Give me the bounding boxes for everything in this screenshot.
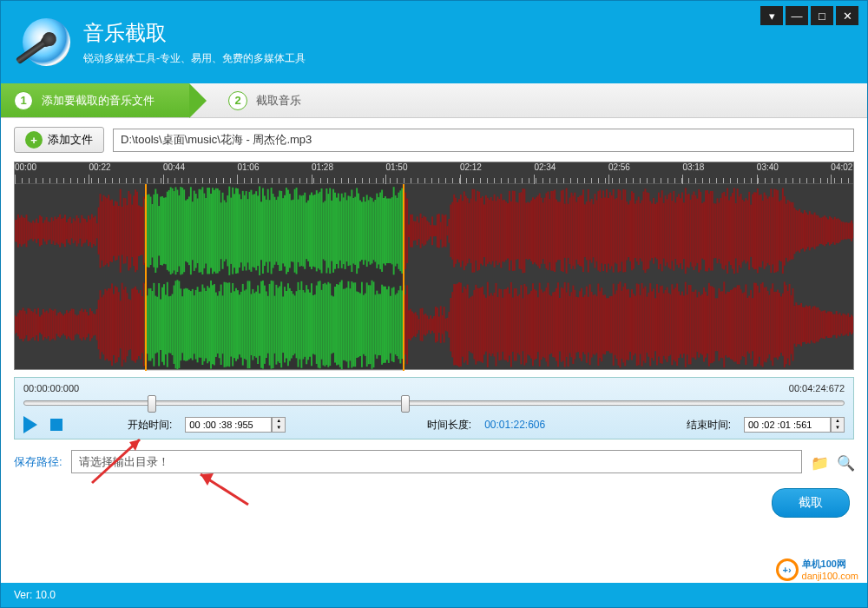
length-label: 时间长度: — [427, 418, 471, 433]
dropdown-button[interactable]: ▾ — [760, 6, 783, 25]
end-time-label: 结束时间: — [687, 418, 731, 433]
save-path-input[interactable] — [71, 450, 802, 473]
file-toolbar: + 添加文件 — [1, 118, 867, 162]
plus-icon: + — [25, 131, 43, 149]
step-1-label: 添加要截取的音乐文件 — [42, 93, 155, 109]
watermark-site: 单机100网 — [802, 558, 858, 571]
extract-button[interactable]: 截取 — [772, 488, 850, 518]
step-2-number: 2 — [228, 91, 247, 110]
close-button[interactable]: ✕ — [836, 6, 858, 25]
action-row: 截取 — [1, 484, 867, 522]
waveform-area[interactable] — [15, 184, 853, 371]
time-ruler: 00:0000:2200:4401:0601:2801:5002:1202:34… — [15, 162, 853, 184]
timeline-panel: 00:00:00:000 00:04:24:672 开始时间: ▲▼ 时间长度:… — [14, 377, 854, 439]
save-path-label: 保存路径: — [14, 454, 62, 470]
title-bar: 音乐截取 锐动多媒体工具-专业、易用、免费的多媒体工具 ▾ — □ ✕ — [1, 1, 867, 83]
range-slider[interactable] — [23, 400, 845, 406]
step-1-number: 1 — [14, 91, 33, 110]
watermark-url: danji100.com — [802, 571, 858, 581]
selection-range[interactable] — [145, 184, 404, 371]
length-value: 00:01:22:606 — [484, 419, 545, 431]
add-file-button[interactable]: + 添加文件 — [14, 127, 104, 153]
start-time-spinner[interactable]: ▲▼ — [272, 417, 286, 433]
search-icon[interactable]: 🔍 — [837, 454, 854, 470]
watermark: +› 单机100网 danji100.com — [776, 558, 858, 581]
end-time-input[interactable] — [744, 417, 831, 433]
file-path-input[interactable] — [113, 129, 854, 152]
current-time: 00:00:00:000 — [23, 383, 79, 393]
waveform-panel: 00:0000:2200:4401:0601:2801:5002:1202:34… — [14, 162, 854, 370]
app-subtitle: 锐动多媒体工具-专业、易用、免费的多媒体工具 — [83, 51, 306, 66]
slider-handle-start[interactable] — [148, 395, 156, 413]
add-file-label: 添加文件 — [48, 132, 93, 148]
minimize-button[interactable]: — — [786, 6, 808, 25]
step-2[interactable]: 2 截取音乐 — [215, 83, 336, 117]
slider-handle-end[interactable] — [401, 395, 410, 413]
step-2-label: 截取音乐 — [256, 93, 301, 109]
play-button[interactable] — [23, 416, 37, 433]
save-path-row: 保存路径: 📁 🔍 — [14, 450, 854, 473]
app-title: 音乐截取 — [83, 19, 306, 47]
app-logo — [18, 17, 70, 69]
start-time-label: 开始时间: — [128, 418, 172, 433]
maximize-button[interactable]: □ — [811, 6, 833, 25]
watermark-icon: +› — [776, 558, 799, 581]
stop-button[interactable] — [50, 419, 62, 431]
step-bar: 1 添加要截取的音乐文件 2 截取音乐 — [1, 83, 867, 118]
version-label: Ver: 10.0 — [14, 589, 56, 601]
folder-icon[interactable]: 📁 — [811, 454, 828, 470]
step-1[interactable]: 1 添加要截取的音乐文件 — [1, 83, 189, 117]
end-time-spinner[interactable]: ▲▼ — [831, 417, 845, 433]
status-bar: Ver: 10.0 — [1, 583, 867, 607]
window-controls: ▾ — □ ✕ — [760, 6, 858, 25]
start-time-input[interactable] — [185, 417, 272, 433]
total-time: 00:04:24:672 — [789, 383, 845, 393]
